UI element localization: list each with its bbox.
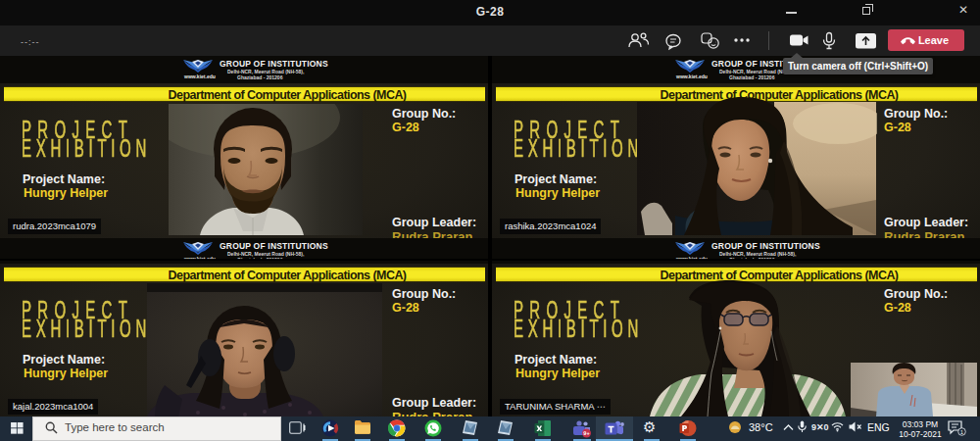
svg-text:9+: 9+ — [583, 430, 589, 436]
